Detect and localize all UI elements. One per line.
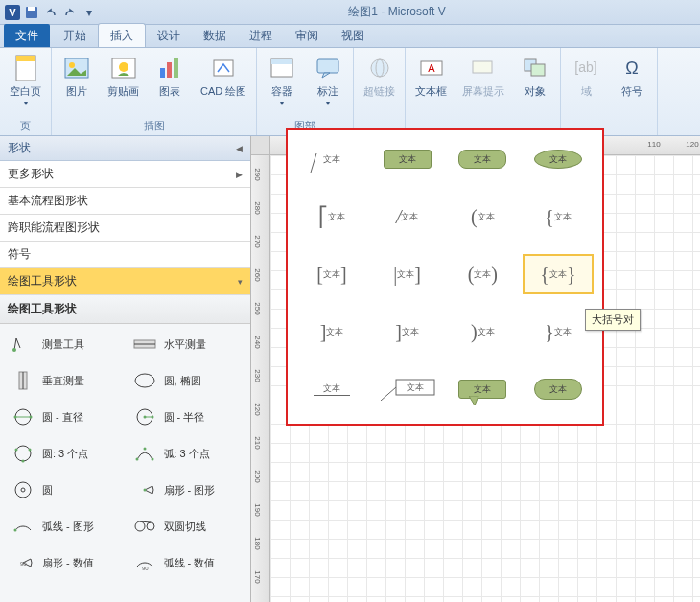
callout-closebracket[interactable]: ]文本 bbox=[297, 313, 366, 351]
svg-rect-21 bbox=[473, 61, 492, 73]
svg-line-60 bbox=[381, 387, 396, 401]
arc-value[interactable]: 90弧线 - 数值 bbox=[128, 548, 245, 577]
circle-icon bbox=[10, 479, 36, 500]
svg-point-9 bbox=[119, 62, 128, 72]
shape-tools-grid: 测量工具 水平测量 垂直测量 圆, 椭圆 圆 - 直径 圆 - 半径 圆: 3 … bbox=[0, 324, 250, 583]
callout-brace1[interactable]: {文本 bbox=[524, 197, 593, 236]
arc3pt-icon bbox=[131, 443, 158, 464]
callout-cloud[interactable]: 文本 bbox=[524, 370, 593, 408]
svg-point-7 bbox=[69, 62, 75, 68]
undo-icon[interactable] bbox=[42, 4, 59, 21]
group-illustrations: 图片 剪贴画 图表 CAD 绘图 插图 bbox=[52, 48, 257, 135]
cross-functional-row[interactable]: 跨职能流程图形状 bbox=[0, 215, 250, 242]
group-page: 空白页 ▾ 页 bbox=[0, 48, 52, 135]
cad-button[interactable]: CAD 绘图 bbox=[197, 51, 250, 99]
more-shapes-row[interactable]: 更多形状▶ bbox=[0, 161, 250, 188]
tab-home[interactable]: 开始 bbox=[52, 24, 98, 47]
screentip-button: 屏幕提示 bbox=[458, 51, 508, 99]
callout-closebracket2[interactable]: ]文本 bbox=[373, 313, 442, 351]
chevron-left-icon[interactable]: ◀ bbox=[236, 144, 243, 153]
clipart-button[interactable]: 剪贴画 bbox=[104, 51, 143, 99]
svg-point-48 bbox=[21, 488, 25, 492]
circle-radius[interactable]: 圆 - 半径 bbox=[128, 403, 245, 431]
chart-button[interactable]: 图表 bbox=[151, 51, 189, 99]
svg-point-51 bbox=[135, 521, 145, 531]
tab-insert[interactable]: 插入 bbox=[98, 23, 146, 47]
svg-point-49 bbox=[143, 489, 146, 492]
qat-dropdown-icon[interactable]: ▾ bbox=[81, 4, 98, 21]
object-button[interactable]: 对象 bbox=[516, 51, 554, 99]
callout-sidebox[interactable]: 文本 bbox=[373, 370, 442, 408]
callout-icon bbox=[313, 53, 343, 83]
textbox-button[interactable]: A文本框 bbox=[411, 51, 451, 99]
symbol-button[interactable]: Ω符号 bbox=[613, 51, 651, 99]
callout-bracket1[interactable]: ⎡文本 bbox=[297, 197, 366, 236]
picture-button[interactable]: 图片 bbox=[58, 51, 96, 99]
drawing-tools-row[interactable]: 绘图工具形状▾ bbox=[0, 268, 250, 295]
sector-value[interactable]: 90扇形 - 数值 bbox=[6, 548, 124, 577]
field-icon: [ab] bbox=[571, 53, 601, 83]
callout-gallery: 文本 文本 文本 文本 ⎡文本 /文本 (文本 {文本 [文本] |文本] (文… bbox=[286, 128, 604, 426]
svg-text:文本: 文本 bbox=[407, 382, 424, 392]
svg-point-47 bbox=[15, 482, 31, 498]
arcshape-icon bbox=[10, 516, 36, 537]
callout-bracket2[interactable]: /文本 bbox=[373, 197, 442, 236]
basic-flowchart-row[interactable]: 基本流程图形状 bbox=[0, 188, 250, 215]
svg-rect-11 bbox=[167, 62, 172, 78]
svg-point-31 bbox=[135, 374, 154, 387]
svg-point-34 bbox=[14, 416, 17, 419]
v-measure[interactable]: 垂直测量 bbox=[6, 366, 124, 395]
save-icon[interactable] bbox=[23, 4, 40, 21]
tab-file[interactable]: 文件 bbox=[4, 24, 50, 47]
v-measure-icon bbox=[10, 370, 36, 391]
sector-shape[interactable]: 扇形 - 图形 bbox=[128, 475, 245, 504]
callout-paren-pair[interactable]: (文本) bbox=[448, 255, 517, 293]
chevron-right-icon: ▾ bbox=[238, 277, 243, 287]
callout-rect[interactable]: 文本 bbox=[373, 140, 442, 178]
cad-icon bbox=[208, 53, 239, 83]
section-title: 绘图工具形状 bbox=[0, 295, 250, 324]
callout-slash-pair[interactable]: |文本] bbox=[373, 255, 442, 293]
svg-rect-12 bbox=[174, 58, 178, 78]
quick-access-toolbar: V ▾ bbox=[4, 4, 98, 21]
ribbon: 空白页 ▾ 页 图片 剪贴画 图表 CAD 绘图 插图 容器▾ 标注▾ 图部 超… bbox=[0, 48, 700, 136]
group-link: 超链接 bbox=[354, 48, 406, 135]
svg-point-46 bbox=[151, 458, 153, 461]
symbols-row[interactable]: 符号 bbox=[0, 242, 250, 268]
h-measure[interactable]: 水平测量 bbox=[128, 330, 245, 359]
tangent[interactable]: 双圆切线 bbox=[128, 512, 245, 541]
callout-line1[interactable]: 文本 bbox=[297, 140, 366, 178]
container-button[interactable]: 容器▾ bbox=[263, 51, 301, 109]
arc-3pt[interactable]: 弧: 3 个点 bbox=[128, 439, 245, 468]
tab-view[interactable]: 视图 bbox=[330, 24, 376, 47]
circle-diameter[interactable]: 圆 - 直径 bbox=[6, 403, 124, 431]
redo-icon[interactable] bbox=[61, 4, 79, 21]
svg-text:[ab]: [ab] bbox=[575, 59, 597, 75]
svg-point-45 bbox=[143, 448, 146, 451]
callout-closebrace[interactable]: }文本 bbox=[524, 313, 593, 351]
chart-icon bbox=[154, 53, 185, 83]
arc-shape[interactable]: 弧线 - 图形 bbox=[6, 512, 124, 541]
callout-button[interactable]: 标注▾ bbox=[309, 51, 347, 109]
blank-page-button[interactable]: 空白页 ▾ bbox=[6, 51, 45, 109]
svg-point-38 bbox=[143, 416, 146, 419]
callout-underline[interactable]: 文本 bbox=[297, 370, 366, 408]
callout-sqbracket-pair[interactable]: [文本] bbox=[297, 255, 366, 293]
tab-review[interactable]: 审阅 bbox=[284, 24, 330, 47]
callout-brace-pair[interactable]: {文本} bbox=[524, 255, 593, 293]
circle-ellipse[interactable]: 圆, 椭圆 bbox=[128, 366, 245, 395]
callout-closeparen[interactable]: )文本 bbox=[448, 313, 517, 351]
app-icon[interactable]: V bbox=[4, 4, 21, 21]
callout-paren1[interactable]: (文本 bbox=[448, 197, 517, 236]
tab-design[interactable]: 设计 bbox=[146, 24, 192, 47]
circle-3pt[interactable]: 圆: 3 个点 bbox=[6, 439, 124, 468]
circle[interactable]: 圆 bbox=[6, 475, 124, 504]
callout-ellipse[interactable]: 文本 bbox=[524, 140, 593, 178]
callout-speech[interactable]: 文本 bbox=[448, 370, 517, 408]
group-symbol: [ab]域 Ω符号 bbox=[561, 48, 658, 135]
tab-data[interactable]: 数据 bbox=[192, 24, 238, 47]
tab-process[interactable]: 进程 bbox=[238, 24, 284, 47]
measure-tool[interactable]: 测量工具 bbox=[6, 330, 124, 359]
callout-roundrect[interactable]: 文本 bbox=[448, 140, 517, 178]
ribbon-tabs: 文件 开始 插入 设计 数据 进程 审阅 视图 bbox=[0, 25, 700, 48]
